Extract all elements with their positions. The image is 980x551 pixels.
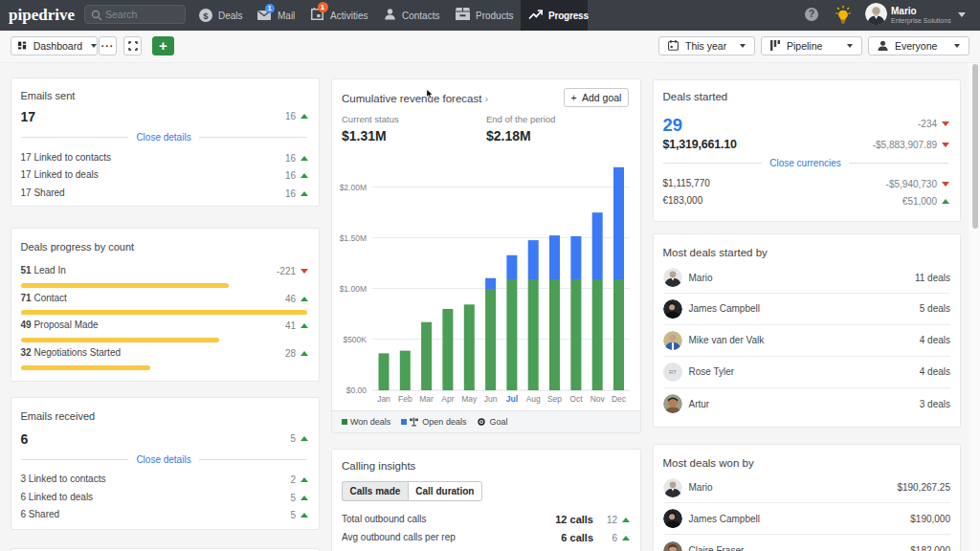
svg-text:Mar: Mar — [419, 394, 434, 404]
svg-text:$1.00M: $1.00M — [340, 284, 367, 294]
svg-text:$1.50M: $1.50M — [340, 233, 367, 243]
svg-text:May: May — [461, 394, 478, 404]
svg-text:Jan: Jan — [377, 394, 390, 404]
svg-text:Aug: Aug — [526, 394, 541, 404]
svg-text:$2.00M: $2.00M — [340, 183, 367, 192]
svg-text:Jul: Jul — [506, 394, 518, 404]
svg-text:Apr: Apr — [441, 394, 454, 404]
svg-text:Feb: Feb — [398, 394, 412, 404]
svg-text:$0.00: $0.00 — [346, 386, 368, 395]
svg-text:RT: RT — [669, 368, 677, 375]
svg-text:Oct: Oct — [569, 394, 583, 404]
svg-text:$500K: $500K — [343, 335, 367, 344]
svg-text:Dec: Dec — [612, 394, 627, 404]
svg-text:Jun: Jun — [484, 394, 498, 404]
svg-text:Nov: Nov — [590, 394, 606, 404]
svg-text:Sep: Sep — [547, 394, 562, 404]
svg-text:$: $ — [203, 11, 209, 21]
